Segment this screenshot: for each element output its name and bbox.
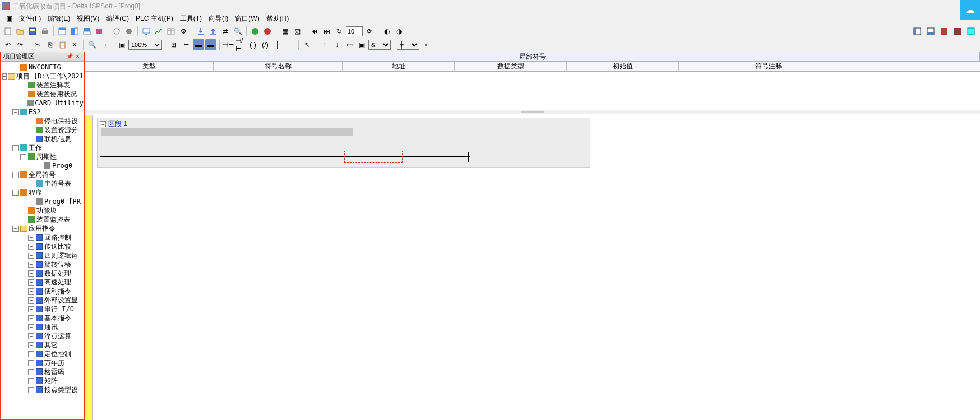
- new-icon[interactable]: [2, 26, 13, 37]
- ladder-cursor[interactable]: [344, 151, 403, 163]
- close-tool-icon[interactable]: ▫: [420, 39, 432, 50]
- tree-toggle-icon[interactable]: +: [28, 253, 34, 259]
- logic-combo[interactable]: &: [368, 40, 391, 50]
- circle1-icon[interactable]: [111, 26, 122, 37]
- coil1-icon[interactable]: ( ): [247, 39, 258, 50]
- menu-4[interactable]: PLC 主机(P): [132, 13, 177, 24]
- tree-toggle-icon[interactable]: −: [12, 172, 19, 178]
- symbol-col-0[interactable]: 类型: [85, 62, 214, 71]
- tree-toggle-icon[interactable]: +: [28, 306, 34, 312]
- monitor-icon[interactable]: [141, 26, 152, 37]
- panel4-icon[interactable]: [952, 26, 963, 37]
- tree-item-5[interactable]: −ES2: [1, 108, 84, 116]
- contact1-icon[interactable]: ⊣⊢: [223, 39, 234, 50]
- symbol-col-1[interactable]: 符号名称: [214, 62, 343, 71]
- ladder-tool1-icon[interactable]: ⊞: [168, 39, 179, 50]
- tree-item-11[interactable]: Prog0: [1, 161, 84, 170]
- compare-block-icon[interactable]: ▣: [356, 39, 367, 50]
- symbol-col-2[interactable]: 地址: [343, 62, 455, 71]
- tree-item-0[interactable]: NWCONFIG: [1, 63, 84, 72]
- btn-a-icon[interactable]: ◐: [381, 26, 392, 37]
- symbol-col-3[interactable]: 数据类型: [455, 62, 567, 71]
- tree-item-13[interactable]: 主符号表: [1, 179, 84, 188]
- compare-icon[interactable]: ⇄: [220, 26, 231, 37]
- tree-item-22[interactable]: +旋转位移: [1, 260, 84, 269]
- contact2-icon[interactable]: ⊣/⊢: [235, 39, 246, 50]
- tree-item-7[interactable]: 装置资源分: [1, 125, 84, 134]
- step-icon[interactable]: ⏭: [321, 26, 332, 37]
- download-icon[interactable]: [195, 26, 206, 37]
- tree-toggle-icon[interactable]: +: [28, 279, 34, 286]
- panel5-icon[interactable]: [965, 26, 977, 37]
- project-tree[interactable]: NWCONFIG−项目 [D:\工作\2021装置注释表装置使用状况CARD U…: [1, 62, 84, 419]
- delete-icon[interactable]: ✕: [69, 39, 80, 50]
- ladder-body[interactable]: − 区段 1: [93, 115, 980, 420]
- tree-toggle-icon[interactable]: −: [2, 73, 6, 80]
- tree-item-15[interactable]: Prog0 [PR: [1, 197, 84, 206]
- chart-icon[interactable]: [153, 26, 164, 37]
- print-icon[interactable]: [39, 26, 50, 37]
- tree-item-18[interactable]: −应用指令: [1, 224, 84, 233]
- tree-toggle-icon[interactable]: +: [28, 360, 34, 366]
- open-icon[interactable]: [15, 26, 26, 37]
- tree-toggle-icon[interactable]: +: [28, 342, 34, 348]
- tree-toggle-icon[interactable]: −: [12, 109, 19, 115]
- tree-item-28[interactable]: +基本指令: [1, 314, 84, 323]
- edge-combo[interactable]: ┿: [397, 40, 419, 50]
- tree-toggle-icon[interactable]: +: [28, 351, 34, 357]
- menu-5[interactable]: 工具(T): [177, 13, 205, 24]
- pin-icon[interactable]: 📌: [66, 53, 73, 60]
- window2-icon[interactable]: [69, 26, 80, 37]
- tree-toggle-icon[interactable]: +: [28, 324, 34, 330]
- tree-item-1[interactable]: −项目 [D:\工作\2021: [1, 72, 84, 81]
- table-icon[interactable]: [165, 26, 177, 37]
- tree-item-32[interactable]: +定位控制: [1, 349, 84, 358]
- menu-2[interactable]: 视图(V): [73, 13, 103, 24]
- tree-item-4[interactable]: CARD Utility: [1, 99, 84, 108]
- tree-toggle-icon[interactable]: −: [20, 154, 26, 160]
- menu-0[interactable]: 文件(F): [16, 13, 44, 24]
- settings-icon[interactable]: ⚙: [178, 26, 189, 37]
- ladder-tool3-icon[interactable]: ▬: [193, 39, 204, 50]
- tree-item-17[interactable]: 装置监控表: [1, 215, 84, 224]
- device-icon[interactable]: ▣: [116, 39, 127, 50]
- tree-toggle-icon[interactable]: +: [28, 244, 34, 250]
- tree-toggle-icon[interactable]: −: [12, 145, 19, 151]
- tree-item-8[interactable]: 联机信息: [1, 134, 84, 143]
- tree-item-29[interactable]: +通讯: [1, 323, 84, 332]
- tree-item-23[interactable]: +数据处理: [1, 269, 84, 278]
- network-collapse-icon[interactable]: −: [100, 121, 106, 127]
- tree-toggle-icon[interactable]: +: [28, 333, 34, 339]
- ladder-tool4-icon[interactable]: ▬: [205, 39, 216, 50]
- circle2-icon[interactable]: [123, 26, 135, 37]
- ladder-tool2-icon[interactable]: ━: [181, 39, 192, 50]
- pointer-icon[interactable]: ↖: [302, 39, 313, 50]
- menu-6[interactable]: 向导(I): [205, 13, 232, 24]
- tree-item-12[interactable]: −全局符号: [1, 170, 84, 179]
- tree-toggle-icon[interactable]: +: [28, 369, 34, 375]
- tree-item-26[interactable]: +外部设置显: [1, 296, 84, 305]
- symbol-col-4[interactable]: 初始值: [567, 62, 679, 71]
- paste-icon[interactable]: 📋: [57, 39, 68, 50]
- rising-icon[interactable]: ↑: [319, 39, 330, 50]
- upload-icon[interactable]: [207, 26, 219, 37]
- vline-icon[interactable]: │: [272, 39, 283, 50]
- window1-icon[interactable]: [57, 26, 68, 37]
- tree-item-10[interactable]: −周期性: [1, 152, 84, 161]
- stop-icon[interactable]: [262, 26, 273, 37]
- tree-item-14[interactable]: −程序: [1, 188, 84, 197]
- step-back-icon[interactable]: ⏮: [309, 26, 320, 37]
- zoom-combo[interactable]: 100%: [128, 40, 162, 50]
- book-icon[interactable]: [94, 26, 105, 37]
- goto-icon[interactable]: →: [99, 39, 110, 50]
- tree-item-20[interactable]: +传送比较: [1, 242, 84, 251]
- network-comment[interactable]: [101, 128, 353, 136]
- network-1[interactable]: − 区段 1: [97, 118, 590, 168]
- run-icon[interactable]: [249, 26, 261, 37]
- tree-item-19[interactable]: +回路控制: [1, 233, 84, 242]
- hline-icon[interactable]: ─: [284, 39, 295, 50]
- tree-item-27[interactable]: +串行 I/O: [1, 305, 84, 314]
- tree-item-2[interactable]: 装置注释表: [1, 81, 84, 90]
- btn-b-icon[interactable]: ◑: [394, 26, 405, 37]
- func-icon[interactable]: ▭: [344, 39, 355, 50]
